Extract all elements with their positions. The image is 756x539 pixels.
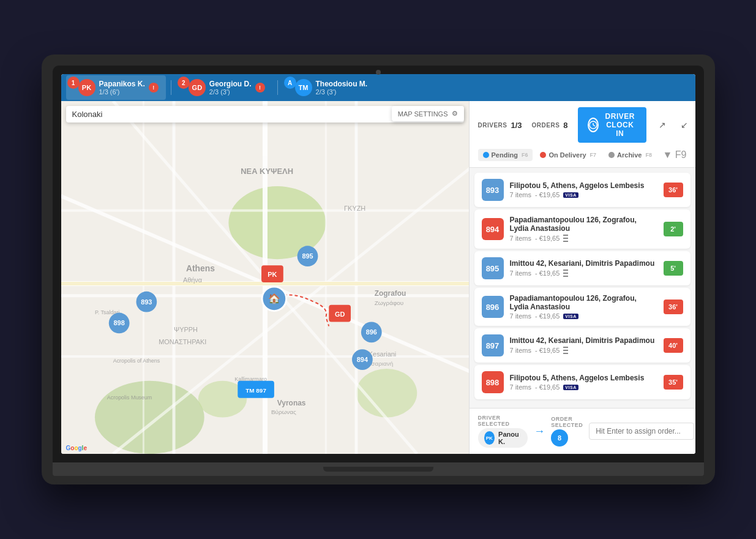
driver-badge-1: 1 — [67, 77, 80, 89]
svg-text:Vyronas: Vyronas — [277, 399, 305, 407]
svg-point-2 — [94, 381, 204, 454]
order-details: Filipotou 5, Athens, Aggelos Lembesis 7 … — [510, 374, 657, 391]
svg-text:894: 894 — [356, 356, 367, 363]
order-details: Papadiamantopoulou 126, Zografou, Lydia … — [510, 294, 657, 320]
filter-tab-archive[interactable]: Archive F8 — [604, 149, 657, 161]
driver-name-label-2: Georgiou D. — [209, 80, 252, 88]
visa-icon: VISA — [563, 192, 578, 198]
order-details: Imittou 42, Kesariani, Dimitris Papadimo… — [510, 336, 657, 355]
order-address: Papadiamantopoulou 126, Zografou, Lydia … — [510, 216, 657, 233]
svg-text:TM 897: TM 897 — [245, 387, 266, 394]
divider-2 — [277, 80, 278, 95]
order-items: 7 items — [510, 191, 531, 198]
driver-info-1: 1/3 (6') — [99, 88, 145, 96]
svg-text:Αθήνα: Αθήνα — [182, 276, 201, 284]
order-card-897[interactable]: 897 Imittou 42, Kesariani, Dimitris Papa… — [474, 328, 691, 363]
driver-alert-2: ! — [255, 83, 265, 92]
order-meta: 7 items - €19,65 VISA — [510, 383, 657, 391]
on-delivery-key: F7 — [590, 152, 597, 158]
order-meta: 7 items - €19,65 — [510, 269, 657, 277]
drivers-label: DRIVERS — [478, 122, 507, 129]
main-content: ΝΕΑ ΚΥΨΕΛΗ ΓΚΥΖΗ Athens Αθήνα ΨΥΡΡΗ ΜΟΝΑ… — [61, 101, 695, 454]
driver-tab-1[interactable]: 1 PK Papanikos K. 1/3 (6') ! — [66, 75, 166, 100]
order-meta: 7 items - €19,65 — [510, 346, 657, 355]
svg-text:Βύρωνας: Βύρωνας — [271, 409, 296, 415]
selected-order-number: 8 — [551, 429, 568, 447]
svg-text:Ζωγράφου: Ζωγράφου — [374, 300, 403, 306]
order-number-badge: 898 — [482, 371, 504, 393]
order-details: Filipotou 5, Athens, Aggelos Lembesis 7 … — [510, 181, 657, 198]
orders-label: ORDERS — [532, 122, 560, 129]
orders-value: 8 — [563, 121, 567, 130]
order-details: Papadiamantopoulou 126, Zografou, Lydia … — [510, 216, 657, 243]
google-logo: Google — [66, 445, 87, 451]
order-items: 7 items — [510, 270, 531, 277]
filter-tab-pending[interactable]: Pending F6 — [478, 149, 533, 161]
order-selected-section: ORDERSELECTED 8 — [551, 416, 583, 447]
pending-label: Pending — [492, 151, 518, 159]
cash-icon — [563, 346, 568, 355]
order-address: Papadiamantopoulou 126, Zografou, Lydia … — [510, 294, 657, 311]
svg-text:Athens: Athens — [185, 263, 214, 273]
filter-tab-on-delivery[interactable]: On Delivery F7 — [535, 149, 601, 161]
order-card-898[interactable]: 898 Filipotou 5, Athens, Aggelos Lembesi… — [474, 365, 691, 399]
order-meta: 7 items - €19,65 VISA — [510, 312, 657, 320]
driver-name-label-1: Papanikos K. — [99, 80, 145, 88]
clock-in-button[interactable]: DRIVER CLOCK IN — [578, 107, 646, 143]
order-list: 893 Filipotou 5, Athens, Aggelos Lembesi… — [470, 168, 695, 408]
order-items: 7 items — [510, 312, 531, 320]
driver-info-2: 2/3 (3') — [209, 88, 252, 96]
visa-icon: VISA — [563, 314, 578, 319]
map-area: ΝΕΑ ΚΥΨΕΛΗ ΓΚΥΖΗ Athens Αθήνα ΨΥΡΡΗ ΜΟΝΑ… — [61, 101, 469, 454]
right-panel: DRIVERS 1/3 ORDERS 8 — [469, 101, 695, 454]
order-card-894[interactable]: 894 Papadiamantopoulou 126, Zografou, Ly… — [474, 209, 691, 249]
order-price: - €19,65 — [535, 191, 560, 198]
laptop-foot — [53, 476, 704, 484]
svg-text:🏠: 🏠 — [268, 293, 280, 304]
on-delivery-dot — [540, 152, 546, 158]
laptop-hinge — [323, 467, 433, 472]
order-price: - €19,65 — [535, 347, 560, 354]
order-items: 7 items — [510, 235, 531, 242]
order-details: Imittou 42, Kesariani, Dimitris Papadimo… — [510, 259, 657, 277]
divider-1 — [171, 80, 171, 95]
driver-tab-3[interactable]: A TM Theodosiou M. 2/3 (3') — [283, 75, 375, 100]
archive-label: Archive — [617, 151, 642, 159]
expand-button[interactable]: ↗ — [656, 118, 668, 132]
drivers-value: 1/3 — [511, 121, 522, 130]
camera — [376, 70, 381, 75]
order-card-895[interactable]: 895 Imittou 42, Kesariani, Dimitris Papa… — [474, 251, 691, 285]
bottom-bar: DRIVERSELECTED PK Panou K. → ORDERSELECT… — [470, 408, 695, 454]
driver-alert-1: ! — [149, 83, 159, 92]
map-settings-label: MAP SETTINGS — [398, 110, 448, 118]
laptop-frame: 1 PK Papanikos K. 1/3 (6') ! 2 GD — [42, 55, 715, 484]
map-settings-button[interactable]: MAP SETTINGS ⚙ — [392, 106, 464, 121]
panel-stats: DRIVERS 1/3 ORDERS 8 — [478, 107, 687, 143]
order-number-badge: 897 — [482, 334, 504, 356]
driver-info-3: 2/3 (3') — [316, 88, 368, 96]
order-card-896[interactable]: 896 Papadiamantopoulou 126, Zografou, Ly… — [474, 288, 691, 326]
order-number-badge: 896 — [482, 296, 504, 318]
selected-driver-name: Panou K. — [498, 431, 522, 445]
driver-avatar-1: PK — [78, 79, 95, 96]
order-items: 7 items — [510, 347, 531, 354]
assign-order-input[interactable] — [589, 423, 694, 440]
order-time-badge: 36' — [664, 300, 683, 314]
pending-key: F6 — [522, 152, 528, 158]
driver-tab-2[interactable]: 2 GD Georgiou D. 2/3 (3') ! — [176, 75, 272, 100]
driver-name-3: Theodosiou M. 2/3 (3') — [316, 80, 368, 96]
driver-selected-section: DRIVERSELECTED PK Panou K. — [478, 415, 528, 448]
order-address: Filipotou 5, Athens, Aggelos Lembesis — [510, 374, 657, 382]
clock-in-label: DRIVER CLOCK IN — [604, 112, 637, 138]
order-card-893[interactable]: 893 Filipotou 5, Athens, Aggelos Lembesi… — [474, 173, 691, 207]
collapse-button[interactable]: ↙ — [678, 118, 691, 132]
pending-dot — [483, 152, 489, 158]
map-svg: ΝΕΑ ΚΥΨΕΛΗ ΓΚΥΖΗ Athens Αθήνα ΨΥΡΡΗ ΜΟΝΑ… — [61, 101, 469, 454]
cash-icon — [563, 269, 568, 277]
screen-bezel: 1 PK Papanikos K. 1/3 (6') ! 2 GD — [53, 66, 704, 462]
svg-text:Acropolis of Athens: Acropolis of Athens — [113, 358, 160, 364]
filter-more[interactable]: ▼ F9 — [663, 149, 687, 160]
cash-icon — [563, 234, 568, 243]
order-number-badge: 893 — [482, 179, 504, 201]
app-container: 1 PK Papanikos K. 1/3 (6') ! 2 GD — [61, 74, 695, 454]
